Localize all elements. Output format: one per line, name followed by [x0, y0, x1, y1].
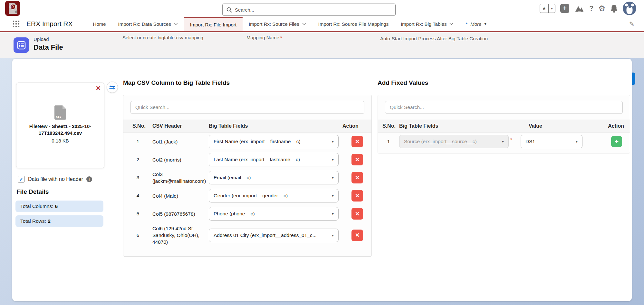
app-launcher-icon[interactable] — [12, 20, 20, 28]
fixed-value-select[interactable]: DS1 ▾ — [521, 135, 582, 148]
dropdown-caret-icon: ▾ — [329, 212, 334, 216]
chevron-down-icon — [449, 23, 453, 25]
info-icon[interactable]: i — [86, 176, 92, 182]
global-header: E R ★ ▾ + ? ⚙ — [0, 0, 644, 17]
notifications-bell-icon[interactable] — [610, 4, 618, 13]
big-table-field-select[interactable]: First Name (erx_import__firstname__c) ▾ — [209, 135, 339, 148]
chevron-down-icon — [302, 23, 306, 25]
total-rows-pill: Total Rows: 2 — [15, 215, 103, 227]
content-card: ✕ csv FileNew - Sheet1 - 2025-10-17T1832… — [12, 59, 632, 301]
no-header-label: Data file with no Header — [28, 176, 83, 182]
main-content: ✕ csv FileNew - Sheet1 - 2025-10-17T1832… — [0, 58, 644, 305]
more-caret-icon: ▾ — [484, 22, 486, 26]
avatar-face — [627, 6, 633, 14]
big-table-field-select[interactable]: Phone (phone__c) ▾ — [209, 207, 339, 221]
edit-nav-pencil-icon[interactable]: ✎ — [629, 20, 634, 28]
setup-gear-icon[interactable]: ⚙ — [598, 4, 605, 13]
svg-text:E: E — [9, 5, 11, 9]
required-marker: * — [280, 35, 282, 40]
mapping-table-body: 1 Col1 (Jack) First Name (erx_import__fi… — [123, 133, 371, 248]
table-row: 5 Col5 (9878765678) Phone (phone__c) ▾ ✕ — [123, 205, 371, 223]
app-nav-bar: ERX Import RX Home Import Rx: Data Sourc… — [0, 17, 644, 31]
no-header-option: ✓ Data file with no Header i — [18, 176, 92, 183]
app-window: E R ★ ▾ + ? ⚙ — [0, 0, 644, 305]
help-icon[interactable]: ? — [589, 4, 593, 13]
page-type-label: Upload — [34, 36, 49, 42]
big-table-field-select[interactable]: Address 01 City (erx_import__address_01_… — [209, 229, 339, 242]
temporary-tab-marker: * — [466, 21, 467, 27]
svg-text:R: R — [12, 5, 14, 9]
mapping-table-header: S.No. CSV Header Big Table Fields Action — [123, 120, 371, 133]
app-name: ERX Import RX — [26, 20, 73, 28]
delete-mapping-button[interactable]: ✕ — [351, 230, 363, 241]
table-row: 2 Col2 (morris) Last Name (erx_import__l… — [123, 151, 371, 169]
mapping-select-label: Select or create bigtable-csv mapping — [122, 35, 203, 40]
fixed-values-table-header: S.No. Big Table Fields Value Action — [378, 120, 630, 133]
search-icon — [226, 7, 232, 13]
swap-arrows-icon — [109, 85, 115, 90]
page-header: Upload Data File Select or create bigtab… — [0, 32, 644, 58]
csv-file-extension: csv — [56, 115, 62, 118]
add-fixed-value-button[interactable]: + — [611, 136, 622, 147]
page-title: Data File — [34, 43, 63, 52]
total-columns-value: 6 — [55, 203, 58, 209]
trailhead-icon[interactable] — [574, 4, 584, 13]
tab-big-tables[interactable]: Import Rx: Big Tables — [395, 17, 459, 31]
tab-more[interactable]: * More ▾ — [459, 17, 492, 31]
search-input[interactable] — [235, 7, 391, 13]
file-details-title: File Details — [16, 188, 49, 195]
table-row: 6 Col6 (129 42nd St Sandusky, Ohio(OH), … — [123, 223, 371, 248]
nav-tabs: Home Import Rx: Data Sources Import Rx: … — [87, 17, 630, 31]
total-rows-value: 2 — [48, 218, 51, 224]
required-marker: * — [510, 137, 512, 142]
favorites-star-icon[interactable]: ★ — [540, 4, 549, 13]
csv-file-icon: csv — [54, 105, 66, 120]
delete-mapping-button[interactable]: ✕ — [351, 136, 363, 147]
mapping-panel: S.No. CSV Header Big Table Fields Action… — [123, 95, 372, 257]
delete-mapping-button[interactable]: ✕ — [351, 190, 363, 202]
user-avatar[interactable] — [623, 2, 636, 15]
delete-mapping-button[interactable]: ✕ — [351, 154, 363, 165]
favorites-caret-icon[interactable]: ▾ — [549, 4, 555, 13]
remove-file-icon[interactable]: ✕ — [96, 84, 101, 92]
app-logo-icon[interactable]: E R — [5, 1, 20, 16]
total-columns-pill: Total Columns: 6 — [15, 201, 103, 212]
data-file-icon — [14, 37, 29, 53]
delete-mapping-button[interactable]: ✕ — [351, 172, 363, 183]
dropdown-caret-icon: ▾ — [329, 139, 334, 144]
dropdown-caret-icon: ▾ — [329, 233, 334, 238]
tab-home[interactable]: Home — [87, 17, 112, 31]
dropdown-caret-icon: ▾ — [573, 139, 578, 144]
big-table-field-select[interactable]: Gender (erx_import__gender__c) ▾ — [209, 189, 339, 202]
fixed-field-select[interactable]: Source (erx_import__source__c) ▾ — [399, 135, 509, 148]
tab-data-sources[interactable]: Import Rx: Data Sources — [112, 17, 184, 31]
delete-mapping-button[interactable]: ✕ — [351, 208, 363, 220]
big-table-field-select[interactable]: Email (email__c) ▾ — [209, 171, 339, 184]
dropdown-caret-icon: ▾ — [329, 157, 334, 162]
fixed-values-table-body: 1 Source (erx_import__source__c) ▾ * DS1 — [378, 133, 630, 151]
mapping-quick-search-input[interactable] — [130, 101, 364, 114]
tab-file-import[interactable]: Import Rx: File Import — [184, 17, 243, 31]
chevron-down-icon — [174, 23, 178, 25]
tab-source-files[interactable]: Import Rx: Source Files — [243, 17, 312, 31]
tab-source-file-mappings[interactable]: Import Rx: Source File Mappings — [312, 17, 395, 31]
header-actions: ★ ▾ + ? ⚙ — [540, 0, 636, 17]
global-actions-icon[interactable]: + — [560, 4, 569, 13]
collapse-panel-button[interactable] — [107, 82, 118, 93]
global-search[interactable] — [222, 4, 396, 16]
no-header-checkbox[interactable]: ✓ — [18, 176, 25, 183]
fixed-values-quick-search-input[interactable] — [385, 101, 623, 114]
dropdown-caret-icon: ▾ — [499, 139, 504, 144]
mapping-section-title: Map CSV Column to Big Table Fields — [123, 79, 230, 86]
big-table-field-select[interactable]: Last Name (erx_import__lastname__c) ▾ — [209, 153, 339, 166]
dropdown-caret-icon: ▾ — [329, 175, 334, 180]
fixed-values-section-title: Add Fixed Values — [378, 79, 428, 86]
autostart-label: Auto-Start Import Process After Big Tabl… — [380, 36, 488, 41]
mapping-name-label: Mapping Name* — [246, 35, 282, 40]
check-icon: ✓ — [19, 176, 23, 182]
dropdown-caret-icon: ▾ — [329, 193, 334, 198]
erx-document-icon: E R — [7, 2, 18, 15]
table-row: 4 Col4 (Male) Gender (erx_import__gender… — [123, 187, 371, 205]
table-row: 1 Source (erx_import__source__c) ▾ * DS1 — [378, 133, 630, 151]
panel-divider — [113, 81, 113, 295]
